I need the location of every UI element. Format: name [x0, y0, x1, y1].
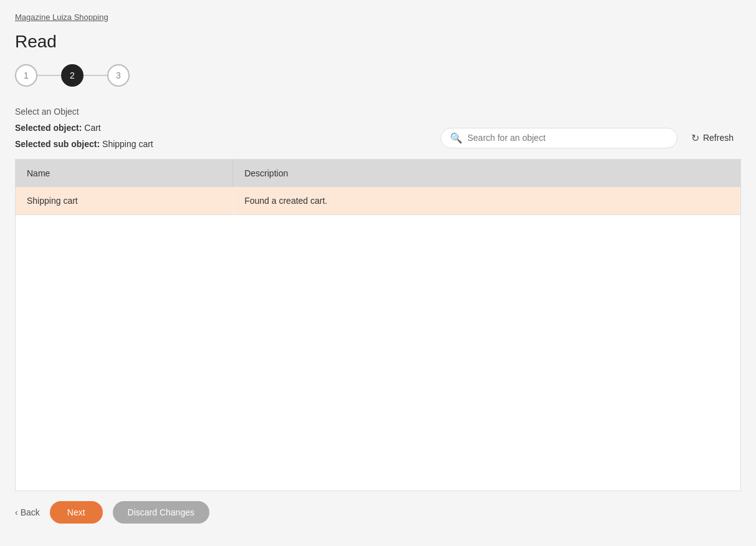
- table-row[interactable]: Shipping cart Found a created cart.: [16, 187, 741, 215]
- page-title: Read: [15, 32, 741, 52]
- discard-changes-button[interactable]: Discard Changes: [113, 501, 209, 524]
- next-button[interactable]: Next: [50, 501, 103, 524]
- step-2[interactable]: 2: [61, 64, 84, 87]
- cell-name: Shipping cart: [16, 187, 233, 215]
- step-line-1-2: [37, 75, 62, 76]
- step-3[interactable]: 3: [107, 64, 130, 87]
- step-line-2-3: [83, 75, 108, 76]
- search-icon: 🔍: [450, 132, 462, 144]
- breadcrumb[interactable]: Magazine Luiza Shopping: [15, 12, 741, 22]
- search-input[interactable]: [467, 133, 668, 143]
- table-header-row: Name Description: [16, 160, 741, 188]
- table-empty-area: [15, 215, 741, 491]
- data-table: Name Description Shipping cart Found a c…: [15, 159, 741, 215]
- selected-sub-object-info: Selected sub object: Shipping cart: [15, 139, 153, 149]
- stepper: 1 2 3: [15, 64, 741, 87]
- column-header-description: Description: [233, 160, 741, 188]
- toolbar-right: 🔍 ↻ Refresh: [441, 128, 741, 148]
- selected-object-info: Selected object: Cart: [15, 123, 153, 133]
- back-button[interactable]: ‹ Back: [15, 507, 40, 517]
- refresh-button[interactable]: ↻ Refresh: [684, 128, 741, 148]
- footer-bar: ‹ Back Next Discard Changes: [15, 491, 741, 534]
- search-box[interactable]: 🔍: [441, 128, 677, 148]
- toolbar-left: Selected object: Cart Selected sub objec…: [15, 123, 153, 153]
- back-chevron-icon: ‹: [15, 507, 18, 517]
- step-1[interactable]: 1: [15, 64, 37, 87]
- section-label: Select an Object: [15, 107, 741, 117]
- toolbar-row: Selected object: Cart Selected sub objec…: [15, 123, 741, 153]
- refresh-icon: ↻: [691, 132, 699, 144]
- cell-description: Found a created cart.: [233, 187, 741, 215]
- content-area: Name Description Shipping cart Found a c…: [15, 159, 741, 491]
- column-header-name: Name: [16, 160, 233, 188]
